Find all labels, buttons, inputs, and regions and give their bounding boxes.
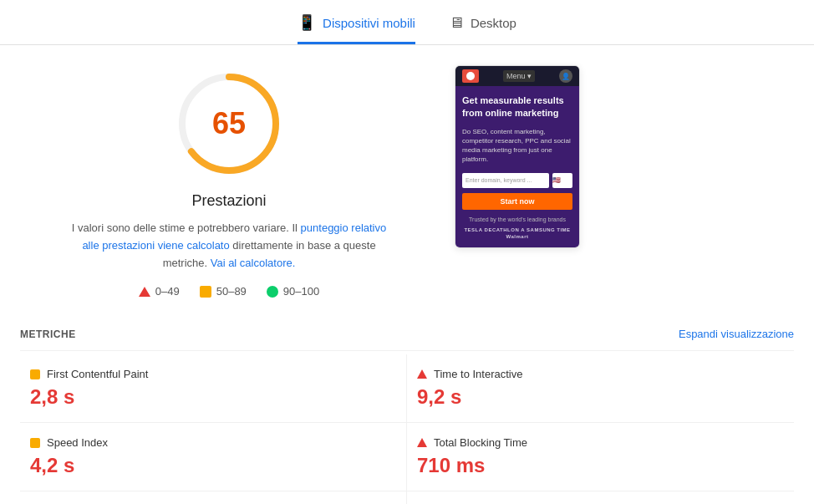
- score-section: 65 Prestazioni I valori sono delle stime…: [20, 65, 438, 298]
- ad-headline: Get measurable results from online marke…: [462, 94, 572, 120]
- metrics-grid: First Contentful Paint 2,8 s Time to Int…: [20, 354, 794, 504]
- legend-red-label: 0–49: [155, 285, 180, 298]
- brand-time: TIME: [557, 227, 570, 232]
- expand-button[interactable]: Espandi visualizzazione: [679, 328, 794, 340]
- ad-trust-text: Trusted by the world's leading brands: [462, 216, 572, 222]
- legend-orange: 50–89: [200, 285, 247, 298]
- brand-walmart: Walmart: [506, 234, 529, 239]
- ad-body: Get measurable results from online marke…: [455, 86, 579, 247]
- description-text: I valori sono delle stime e potrebbero v…: [62, 220, 396, 272]
- brand-decathlon: DECATHLON: [485, 227, 520, 232]
- metric-fcp-name: First Contentful Paint: [47, 368, 148, 380]
- metric-tti-header: Time to Interactive: [417, 368, 784, 380]
- ad-preview: Menu ▾ 👤 Get measurable results from onl…: [455, 65, 580, 248]
- metrics-section: METRICHE Espandi visualizzazione First C…: [0, 318, 814, 504]
- green-circle-icon: [267, 286, 278, 298]
- red-triangle-icon: [417, 438, 427, 447]
- main-content: 65 Prestazioni I valori sono delle stime…: [0, 45, 814, 311]
- tab-desktop[interactable]: 🖥 Desktop: [449, 14, 516, 44]
- metric-tbt-value: 710 ms: [417, 454, 784, 477]
- orange-square-icon: [200, 286, 211, 298]
- ad-flag[interactable]: 🇺🇸 US: [552, 173, 572, 188]
- ad-input-row: Enter domain, keyword ... 🇺🇸 US: [462, 173, 572, 188]
- ad-input-placeholder: Enter domain, keyword ...: [466, 177, 532, 183]
- metric-si-name: Speed Index: [47, 436, 108, 449]
- metric-tti-name: Time to Interactive: [434, 368, 522, 380]
- ad-menu-btn[interactable]: Menu ▾: [503, 70, 535, 82]
- metrics-header: METRICHE Espandi visualizzazione: [20, 318, 794, 351]
- metric-lcp: Largest Contentful Paint 2,9 s: [20, 491, 407, 504]
- tabs-bar: 📱 Dispositivi mobili 🖥 Desktop: [0, 0, 814, 45]
- brand-samsung: SAMSUNG: [527, 227, 555, 232]
- legend-red: 0–49: [139, 285, 180, 298]
- metric-fcp-header: First Contentful Paint: [30, 368, 396, 380]
- tab-desktop-label: Desktop: [471, 16, 516, 30]
- brand-tesla: TESLA: [464, 227, 482, 232]
- ad-topbar: Menu ▾ 👤: [455, 66, 579, 86]
- metric-tbt-header: Total Blocking Time: [417, 436, 784, 449]
- ad-sub: Do SEO, content marketing, competitor re…: [462, 127, 572, 165]
- metric-tbt-name: Total Blocking Time: [434, 436, 527, 449]
- ad-domain-input[interactable]: Enter domain, keyword ...: [462, 173, 549, 188]
- ad-brand-logos: TESLA DECATHLON A SAMSUNG TIME Walmart: [462, 227, 572, 239]
- tab-mobile[interactable]: 📱 Dispositivi mobili: [298, 13, 415, 44]
- metric-tti: Time to Interactive 9,2 s: [407, 354, 794, 423]
- orange-square-icon: [30, 369, 40, 379]
- score-number: 65: [212, 106, 246, 141]
- red-triangle-icon: [417, 369, 427, 379]
- performance-title: Prestazioni: [191, 192, 266, 210]
- legend-orange-label: 50–89: [216, 285, 247, 298]
- mobile-icon: 📱: [298, 13, 316, 32]
- ad-logo-icon: [462, 69, 479, 83]
- metric-tti-value: 9,2 s: [417, 385, 784, 409]
- metric-si: Speed Index 4,2 s: [20, 423, 407, 491]
- metric-fcp: First Contentful Paint 2,8 s: [20, 354, 407, 423]
- legend-green-label: 90–100: [283, 285, 319, 298]
- metrics-label: METRICHE: [20, 328, 76, 340]
- legend: 0–49 50–89 90–100: [139, 285, 319, 298]
- metric-si-header: Speed Index: [30, 436, 396, 449]
- ad-cta-button[interactable]: Start now: [462, 193, 572, 210]
- metric-si-value: 4,2 s: [30, 454, 396, 477]
- ad-user-icon: 👤: [559, 69, 572, 83]
- right-panel: Menu ▾ 👤 Get measurable results from onl…: [455, 65, 584, 311]
- legend-green: 90–100: [267, 285, 319, 298]
- metric-fcp-value: 2,8 s: [30, 385, 396, 409]
- metric-cls: Cumulative Layout Shift 0,002: [407, 491, 794, 504]
- score-circle: 65: [170, 65, 287, 182]
- orange-square-icon: [30, 438, 40, 448]
- left-panel: 65 Prestazioni I valori sono delle stime…: [20, 65, 438, 311]
- tab-mobile-label: Dispositivi mobili: [323, 16, 415, 30]
- calculator-link[interactable]: Vai al calcolatore.: [211, 257, 296, 269]
- desktop-icon: 🖥: [449, 14, 464, 32]
- triangle-icon: [139, 287, 150, 297]
- brand-a: A: [521, 227, 525, 232]
- metric-tbt: Total Blocking Time 710 ms: [407, 423, 794, 491]
